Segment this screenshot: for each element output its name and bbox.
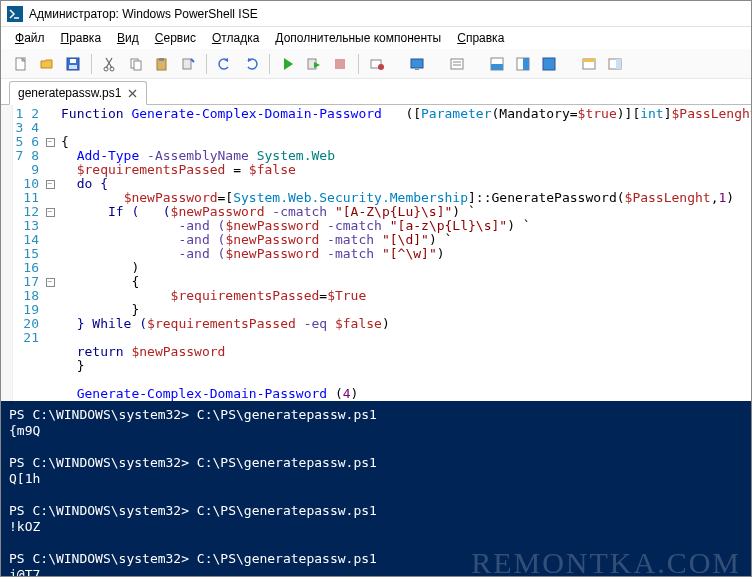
console-output: j@T7 (9, 567, 40, 577)
pane-toggle-icon[interactable] (603, 52, 627, 76)
toolbar-separator (206, 54, 207, 74)
svg-rect-4 (70, 59, 76, 63)
svg-rect-20 (451, 59, 463, 69)
menu-view[interactable]: Вид (111, 30, 145, 46)
menu-tools[interactable]: Сервис (149, 30, 202, 46)
window-title: Администратор: Windows PowerShell ISE (29, 7, 258, 21)
svg-rect-15 (335, 59, 345, 69)
console-output: {m9Q (9, 423, 40, 438)
console-cmd: C:\PS\generatepassw.ps1 (197, 551, 377, 566)
cmd-addon-icon[interactable] (577, 52, 601, 76)
svg-rect-5 (69, 65, 77, 69)
svg-rect-27 (543, 58, 555, 70)
console-prompt: PS C:\WINDOWS\system32> (9, 455, 189, 470)
console-prompt: PS C:\WINDOWS\system32> (9, 551, 189, 566)
console-output: Q[1h (9, 471, 40, 486)
toolbar-separator (269, 54, 270, 74)
save-icon[interactable] (61, 52, 85, 76)
remote-icon[interactable] (405, 52, 429, 76)
panel-right-icon[interactable] (511, 52, 535, 76)
console-cmd: C:\PS\generatepassw.ps1 (197, 503, 377, 518)
redo-icon[interactable] (239, 52, 263, 76)
console-cmd: C:\PS\generatepassw.ps1 (197, 407, 377, 422)
undo-icon[interactable] (213, 52, 237, 76)
titlebar: Администратор: Windows PowerShell ISE (1, 1, 751, 27)
console-pane[interactable]: PS C:\WINDOWS\system32> C:\PS\generatepa… (1, 401, 751, 577)
toolbar-separator (358, 54, 359, 74)
panel-full-icon[interactable] (537, 52, 561, 76)
copy-icon[interactable] (124, 52, 148, 76)
stop-icon[interactable] (328, 52, 352, 76)
menu-edit[interactable]: Правка (55, 30, 108, 46)
toolbar (1, 49, 751, 79)
run-icon[interactable] (276, 52, 300, 76)
editor-margin (1, 105, 13, 401)
powershell-ise-icon (7, 6, 23, 22)
breakpoint-icon[interactable] (365, 52, 389, 76)
code-editor[interactable]: 1 2 3 4 5 6 7 8 9 10 11 12 13 14 15 16 1… (1, 105, 751, 401)
toolbar-separator (91, 54, 92, 74)
watermark: REMONTKA.COM (471, 555, 741, 571)
svg-rect-24 (491, 64, 503, 70)
menubar: Файл Правка Вид Сервис Отладка Дополните… (1, 27, 751, 49)
svg-rect-29 (583, 59, 595, 62)
open-icon[interactable] (35, 52, 59, 76)
svg-point-17 (378, 64, 384, 70)
svg-rect-26 (523, 58, 529, 70)
line-numbers: 1 2 3 4 5 6 7 8 9 10 11 12 13 14 15 16 1… (13, 105, 43, 401)
new-icon[interactable] (9, 52, 33, 76)
console-prompt: PS C:\WINDOWS\system32> (9, 503, 189, 518)
run-selection-icon[interactable] (302, 52, 326, 76)
cut-icon[interactable] (98, 52, 122, 76)
svg-rect-18 (411, 59, 423, 68)
console-cmd: C:\PS\generatepassw.ps1 (197, 455, 377, 470)
panel-bottom-icon[interactable] (485, 52, 509, 76)
fold-gutter[interactable]: − − − − (43, 105, 57, 401)
svg-rect-12 (183, 59, 191, 69)
menu-addons[interactable]: Дополнительные компоненты (269, 30, 447, 46)
tab-generatepassw[interactable]: generatepassw.ps1 (9, 81, 147, 105)
svg-rect-31 (616, 59, 621, 69)
menu-file[interactable]: Файл (9, 30, 51, 46)
code-area[interactable]: Function Generate-Complex-Domain-Passwor… (57, 105, 751, 401)
svg-rect-19 (415, 69, 419, 70)
tab-label: generatepassw.ps1 (18, 86, 121, 100)
clear-icon[interactable] (176, 52, 200, 76)
paste-icon[interactable] (150, 52, 174, 76)
close-icon[interactable] (127, 88, 138, 99)
svg-rect-9 (134, 61, 141, 70)
svg-rect-11 (159, 58, 164, 61)
menu-help[interactable]: Справка (451, 30, 510, 46)
console-output: !kOZ (9, 519, 40, 534)
menu-debug[interactable]: Отладка (206, 30, 265, 46)
prefs-icon[interactable] (445, 52, 469, 76)
tabstrip: generatepassw.ps1 (1, 79, 751, 105)
console-prompt: PS C:\WINDOWS\system32> (9, 407, 189, 422)
